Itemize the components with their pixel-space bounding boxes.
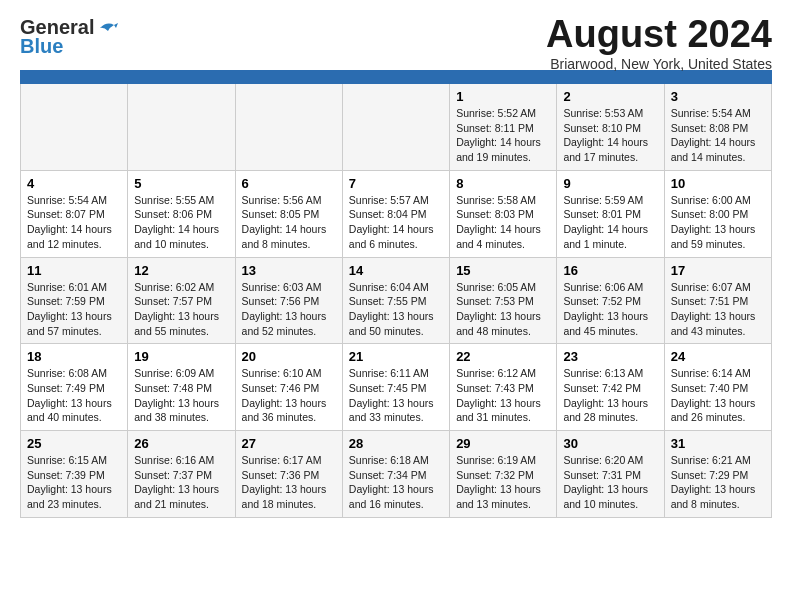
calendar-cell: 20Sunrise: 6:10 AMSunset: 7:46 PMDayligh… xyxy=(235,344,342,431)
cell-info: Sunrise: 6:16 AMSunset: 7:37 PMDaylight:… xyxy=(134,453,228,512)
cell-info: Sunrise: 6:02 AMSunset: 7:57 PMDaylight:… xyxy=(134,280,228,339)
logo-bird-svg xyxy=(96,19,118,37)
day-number: 2 xyxy=(563,89,657,104)
cell-info: Sunrise: 5:55 AMSunset: 8:06 PMDaylight:… xyxy=(134,193,228,252)
day-number: 12 xyxy=(134,263,228,278)
cell-info: Sunrise: 6:09 AMSunset: 7:48 PMDaylight:… xyxy=(134,366,228,425)
day-number: 21 xyxy=(349,349,443,364)
cell-info: Sunrise: 5:56 AMSunset: 8:05 PMDaylight:… xyxy=(242,193,336,252)
cell-info: Sunrise: 6:08 AMSunset: 7:49 PMDaylight:… xyxy=(27,366,121,425)
day-number: 9 xyxy=(563,176,657,191)
cell-info: Sunrise: 6:04 AMSunset: 7:55 PMDaylight:… xyxy=(349,280,443,339)
day-number: 8 xyxy=(456,176,550,191)
cell-info: Sunrise: 6:00 AMSunset: 8:00 PMDaylight:… xyxy=(671,193,765,252)
day-number: 22 xyxy=(456,349,550,364)
cell-info: Sunrise: 6:19 AMSunset: 7:32 PMDaylight:… xyxy=(456,453,550,512)
calendar-cell: 24Sunrise: 6:14 AMSunset: 7:40 PMDayligh… xyxy=(664,344,771,431)
cell-info: Sunrise: 6:10 AMSunset: 7:46 PMDaylight:… xyxy=(242,366,336,425)
calendar-cell xyxy=(342,84,449,171)
calendar-cell: 14Sunrise: 6:04 AMSunset: 7:55 PMDayligh… xyxy=(342,257,449,344)
day-number: 11 xyxy=(27,263,121,278)
calendar-cell: 28Sunrise: 6:18 AMSunset: 7:34 PMDayligh… xyxy=(342,431,449,518)
calendar-cell: 26Sunrise: 6:16 AMSunset: 7:37 PMDayligh… xyxy=(128,431,235,518)
calendar-cell: 25Sunrise: 6:15 AMSunset: 7:39 PMDayligh… xyxy=(21,431,128,518)
calendar-cell: 4Sunrise: 5:54 AMSunset: 8:07 PMDaylight… xyxy=(21,170,128,257)
day-number: 25 xyxy=(27,436,121,451)
day-number: 29 xyxy=(456,436,550,451)
main-title-fixed: August 2024 xyxy=(546,14,772,56)
day-number: 19 xyxy=(134,349,228,364)
calendar-cell: 27Sunrise: 6:17 AMSunset: 7:36 PMDayligh… xyxy=(235,431,342,518)
calendar-cell: 10Sunrise: 6:00 AMSunset: 8:00 PMDayligh… xyxy=(664,170,771,257)
calendar-cell: 13Sunrise: 6:03 AMSunset: 7:56 PMDayligh… xyxy=(235,257,342,344)
header-wednesday xyxy=(342,71,449,84)
calendar-table: 1Sunrise: 5:52 AMSunset: 8:11 PMDaylight… xyxy=(20,70,772,518)
calendar-cell xyxy=(235,84,342,171)
calendar-header xyxy=(21,71,772,84)
header-thursday xyxy=(450,71,557,84)
day-number: 28 xyxy=(349,436,443,451)
header-monday xyxy=(128,71,235,84)
cell-info: Sunrise: 6:06 AMSunset: 7:52 PMDaylight:… xyxy=(563,280,657,339)
cell-info: Sunrise: 6:07 AMSunset: 7:51 PMDaylight:… xyxy=(671,280,765,339)
cell-info: Sunrise: 5:52 AMSunset: 8:11 PMDaylight:… xyxy=(456,106,550,165)
day-number: 18 xyxy=(27,349,121,364)
cell-info: Sunrise: 6:05 AMSunset: 7:53 PMDaylight:… xyxy=(456,280,550,339)
cell-info: Sunrise: 6:15 AMSunset: 7:39 PMDaylight:… xyxy=(27,453,121,512)
calendar-week-3: 18Sunrise: 6:08 AMSunset: 7:49 PMDayligh… xyxy=(21,344,772,431)
cell-info: Sunrise: 5:59 AMSunset: 8:01 PMDaylight:… xyxy=(563,193,657,252)
calendar-cell: 1Sunrise: 5:52 AMSunset: 8:11 PMDaylight… xyxy=(450,84,557,171)
day-number: 13 xyxy=(242,263,336,278)
day-number: 6 xyxy=(242,176,336,191)
day-number: 24 xyxy=(671,349,765,364)
calendar-cell: 5Sunrise: 5:55 AMSunset: 8:06 PMDaylight… xyxy=(128,170,235,257)
cell-info: Sunrise: 6:12 AMSunset: 7:43 PMDaylight:… xyxy=(456,366,550,425)
calendar-week-0: 1Sunrise: 5:52 AMSunset: 8:11 PMDaylight… xyxy=(21,84,772,171)
calendar-week-2: 11Sunrise: 6:01 AMSunset: 7:59 PMDayligh… xyxy=(21,257,772,344)
header-saturday xyxy=(664,71,771,84)
calendar-cell: 12Sunrise: 6:02 AMSunset: 7:57 PMDayligh… xyxy=(128,257,235,344)
logo-container: General Blue xyxy=(20,16,118,58)
day-number: 14 xyxy=(349,263,443,278)
cell-info: Sunrise: 6:13 AMSunset: 7:42 PMDaylight:… xyxy=(563,366,657,425)
calendar-body: 1Sunrise: 5:52 AMSunset: 8:11 PMDaylight… xyxy=(21,84,772,518)
calendar-cell: 23Sunrise: 6:13 AMSunset: 7:42 PMDayligh… xyxy=(557,344,664,431)
cell-info: Sunrise: 6:03 AMSunset: 7:56 PMDaylight:… xyxy=(242,280,336,339)
calendar-cell xyxy=(128,84,235,171)
calendar-cell: 7Sunrise: 5:57 AMSunset: 8:04 PMDaylight… xyxy=(342,170,449,257)
day-number: 1 xyxy=(456,89,550,104)
cell-info: Sunrise: 6:11 AMSunset: 7:45 PMDaylight:… xyxy=(349,366,443,425)
calendar-cell: 31Sunrise: 6:21 AMSunset: 7:29 PMDayligh… xyxy=(664,431,771,518)
day-number: 16 xyxy=(563,263,657,278)
day-number: 26 xyxy=(134,436,228,451)
cell-info: Sunrise: 6:14 AMSunset: 7:40 PMDaylight:… xyxy=(671,366,765,425)
cell-info: Sunrise: 5:57 AMSunset: 8:04 PMDaylight:… xyxy=(349,193,443,252)
day-number: 20 xyxy=(242,349,336,364)
header-friday xyxy=(557,71,664,84)
day-number: 23 xyxy=(563,349,657,364)
calendar-cell: 6Sunrise: 5:56 AMSunset: 8:05 PMDaylight… xyxy=(235,170,342,257)
title-fixed: August 2024 Briarwood, New York, United … xyxy=(546,14,772,72)
cell-info: Sunrise: 5:54 AMSunset: 8:07 PMDaylight:… xyxy=(27,193,121,252)
calendar-cell: 29Sunrise: 6:19 AMSunset: 7:32 PMDayligh… xyxy=(450,431,557,518)
logo-blue: Blue xyxy=(20,35,63,58)
day-number: 15 xyxy=(456,263,550,278)
day-number: 7 xyxy=(349,176,443,191)
cell-info: Sunrise: 6:01 AMSunset: 7:59 PMDaylight:… xyxy=(27,280,121,339)
calendar-cell: 21Sunrise: 6:11 AMSunset: 7:45 PMDayligh… xyxy=(342,344,449,431)
day-number: 4 xyxy=(27,176,121,191)
calendar-cell: 30Sunrise: 6:20 AMSunset: 7:31 PMDayligh… xyxy=(557,431,664,518)
calendar-cell: 17Sunrise: 6:07 AMSunset: 7:51 PMDayligh… xyxy=(664,257,771,344)
calendar-cell: 22Sunrise: 6:12 AMSunset: 7:43 PMDayligh… xyxy=(450,344,557,431)
day-number: 30 xyxy=(563,436,657,451)
calendar-cell: 3Sunrise: 5:54 AMSunset: 8:08 PMDaylight… xyxy=(664,84,771,171)
cell-info: Sunrise: 5:53 AMSunset: 8:10 PMDaylight:… xyxy=(563,106,657,165)
day-number: 31 xyxy=(671,436,765,451)
cell-info: Sunrise: 5:54 AMSunset: 8:08 PMDaylight:… xyxy=(671,106,765,165)
cell-info: Sunrise: 6:18 AMSunset: 7:34 PMDaylight:… xyxy=(349,453,443,512)
calendar-cell: 2Sunrise: 5:53 AMSunset: 8:10 PMDaylight… xyxy=(557,84,664,171)
day-number: 17 xyxy=(671,263,765,278)
subtitle-fixed: Briarwood, New York, United States xyxy=(546,56,772,72)
calendar-cell xyxy=(21,84,128,171)
calendar-cell: 11Sunrise: 6:01 AMSunset: 7:59 PMDayligh… xyxy=(21,257,128,344)
